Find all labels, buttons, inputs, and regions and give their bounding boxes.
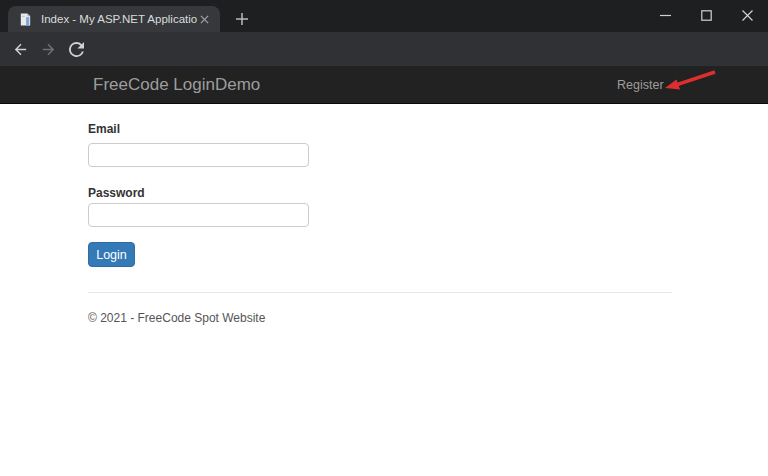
footer-divider [88, 292, 672, 293]
email-label: Email [88, 122, 120, 136]
footer-copyright: © 2021 - FreeCode Spot Website [88, 311, 265, 325]
browser-window: Index - My ASP.NET Application [0, 0, 768, 476]
window-minimize-icon[interactable] [645, 0, 686, 30]
new-tab-icon[interactable] [230, 8, 254, 30]
tab-title: Index - My ASP.NET Application [41, 13, 197, 25]
email-field[interactable] [88, 143, 309, 167]
site-navbar: FreeCode LoginDemo Register [0, 66, 768, 104]
window-close-icon[interactable] [727, 0, 768, 30]
tab-favicon-icon [18, 12, 33, 27]
login-button[interactable]: Login [88, 242, 135, 267]
navbar-brand[interactable]: FreeCode LoginDemo [93, 66, 260, 104]
browser-toolbar: localhost:54522/Account/ [0, 32, 768, 66]
password-field[interactable] [88, 203, 309, 227]
register-link[interactable]: Register [617, 66, 664, 104]
browser-titlebar: Index - My ASP.NET Application [0, 0, 768, 32]
tab-close-icon[interactable] [197, 11, 212, 27]
password-label: Password [88, 186, 145, 200]
reload-icon[interactable] [62, 35, 90, 63]
browser-tab[interactable]: Index - My ASP.NET Application [8, 6, 220, 32]
page-content: FreeCode LoginDemo Register Email Passwo… [0, 66, 768, 476]
forward-icon[interactable] [34, 35, 62, 63]
window-maximize-icon[interactable] [686, 0, 727, 30]
window-controls [645, 0, 768, 32]
back-icon[interactable] [6, 35, 34, 63]
